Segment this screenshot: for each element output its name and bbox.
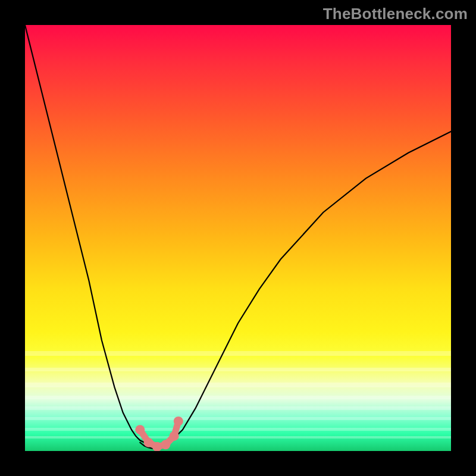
plot-area [25, 25, 451, 451]
left-curve [25, 25, 153, 447]
highlight-marker [161, 440, 170, 449]
highlight-marker [174, 416, 183, 426]
chart-frame: TheBottleneck.com [0, 0, 476, 476]
highlight-markers [135, 416, 183, 451]
highlight-marker [170, 431, 179, 441]
curve-overlay [25, 25, 451, 451]
highlight-marker [144, 438, 154, 447]
highlight-marker [135, 425, 145, 434]
watermark-text: TheBottleneck.com [323, 5, 468, 23]
right-curve [174, 131, 451, 439]
